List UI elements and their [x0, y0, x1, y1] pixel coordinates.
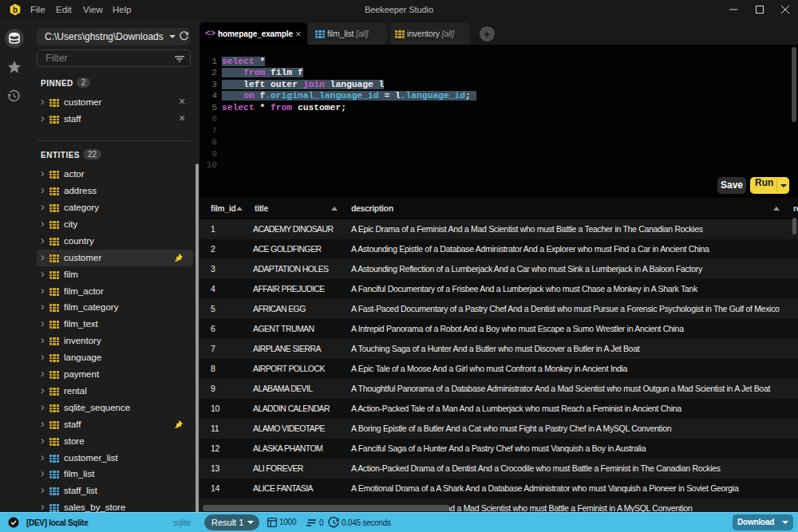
svg-text:b: b	[13, 6, 18, 14]
